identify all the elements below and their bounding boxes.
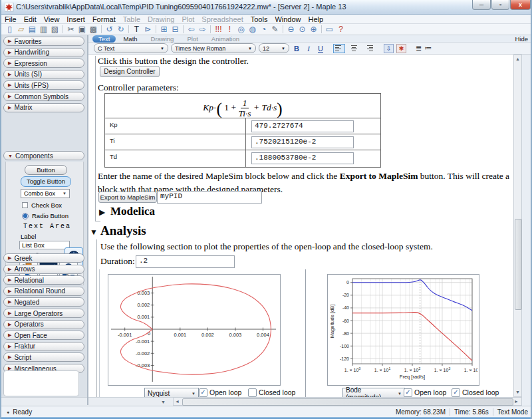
insert-text-icon[interactable]: T xyxy=(131,25,142,35)
component-combo-box[interactable]: Combo Box▼ xyxy=(21,189,70,198)
palette-components[interactable]: ▼ Components xyxy=(3,151,84,160)
palette-relational[interactable]: ▶Relational xyxy=(3,275,84,285)
palette-scroll-down-icon[interactable]: ▼ xyxy=(161,400,166,404)
component-label[interactable]: Label xyxy=(21,233,36,240)
design-controller-button[interactable]: Design Controller xyxy=(100,66,160,77)
zoom-out-icon[interactable]: ⊖ xyxy=(285,25,297,35)
close-button[interactable]: x xyxy=(510,0,531,10)
insert-math-prompt-icon[interactable]: ⊳ xyxy=(142,25,154,35)
menu-view[interactable]: View xyxy=(44,15,60,23)
tab-drawing[interactable]: Drawing xyxy=(145,35,180,43)
nyquist-plot[interactable]: -0.0010.0010.0020.0030.004-0.003-0.002-0… xyxy=(108,274,281,386)
palette-negated[interactable]: ▶Negated xyxy=(3,297,84,307)
status-mode[interactable]: Text Mode xyxy=(497,408,528,416)
menu-window[interactable]: Window xyxy=(275,15,301,23)
section-collapsed-icon[interactable]: ▶ xyxy=(99,208,105,217)
palette-handwriting[interactable]: ▶Handwriting xyxy=(3,48,84,57)
maximize-button[interactable]: ▫ xyxy=(491,0,509,10)
vertical-scrollbar[interactable]: ▲ ▼ xyxy=(513,55,522,397)
cut-icon[interactable]: ✂ xyxy=(65,25,76,35)
right-open-loop-checkbox[interactable]: ✓ xyxy=(404,388,412,397)
underline-button[interactable]: U xyxy=(316,45,325,53)
right-plot-type-combo[interactable]: Bode (magnitude)▼ xyxy=(342,388,405,397)
component-toggle-button[interactable]: Toggle Button xyxy=(21,176,71,187)
remove-section-icon[interactable]: ⊟ xyxy=(170,25,181,35)
left-plot-type-combo[interactable]: Nyquist▼ xyxy=(144,388,199,397)
ti-field[interactable]: .7520215120e-2 xyxy=(251,136,354,148)
forward-icon[interactable]: ⇨ xyxy=(197,25,208,35)
kp-field[interactable]: 479.2727674 xyxy=(251,120,354,132)
menu-help[interactable]: Help xyxy=(309,15,324,23)
palette-units-fps-[interactable]: ▶Units (FPS) xyxy=(3,80,84,90)
export-maplesim-button[interactable]: Export to MapleSim xyxy=(98,192,157,203)
align-left-button[interactable] xyxy=(333,44,345,53)
menu-tools[interactable]: Tools xyxy=(251,15,268,23)
scroll-right-arrow[interactable]: ► xyxy=(514,399,519,404)
component-button[interactable]: Button xyxy=(25,165,67,175)
save-icon[interactable]: ▤ xyxy=(27,25,38,35)
section-expanded-icon[interactable]: ▼ xyxy=(90,227,98,237)
component-radio-button[interactable] xyxy=(22,213,29,219)
palette-operators[interactable]: ▶Operators xyxy=(3,320,84,329)
palette-open-face[interactable]: ▶Open Face xyxy=(3,331,84,340)
duration-field[interactable]: .2 xyxy=(136,255,235,268)
bullet-list-button[interactable]: ≣ xyxy=(416,44,422,53)
palette-relational-round[interactable]: ▶Relational Round xyxy=(3,287,84,296)
palette-matrix[interactable]: ▶Matrix xyxy=(3,103,84,112)
menu-insert[interactable]: Insert xyxy=(66,15,85,23)
copy-icon[interactable]: ▣ xyxy=(76,25,88,35)
enclose-section-icon[interactable]: ⊞ xyxy=(158,25,170,35)
palette-arrows[interactable]: ▶Arrows xyxy=(3,265,84,274)
palette-expression[interactable]: ▶Expression xyxy=(3,59,84,68)
draw-icon[interactable]: ✎ xyxy=(269,25,281,35)
component-text-area[interactable]: Text Area xyxy=(23,223,71,230)
scroll-up-arrow[interactable]: ▲ xyxy=(514,57,521,61)
menu-file[interactable]: File xyxy=(5,15,17,23)
help-icon[interactable]: ? xyxy=(335,25,346,35)
menu-plot[interactable]: Plot xyxy=(182,15,194,23)
palette-units-si-[interactable]: ▶Units (SI) xyxy=(3,70,84,79)
font-size-combo[interactable]: 12▼ xyxy=(259,43,289,53)
palette-large-operators[interactable]: ▶Large Operators xyxy=(3,309,84,318)
palette-common-symbols[interactable]: ▶Common Symbols xyxy=(3,92,84,101)
td-field[interactable]: .1880053780e-2 xyxy=(251,152,354,164)
component-list-box[interactable]: List Box xyxy=(19,241,70,249)
palette-greek[interactable]: ▶Greek xyxy=(3,253,84,263)
paste-icon[interactable]: ▩ xyxy=(88,25,99,35)
bold-button[interactable]: B xyxy=(292,45,301,53)
interrupt-icon[interactable]: ◎ xyxy=(235,25,247,35)
font-family-combo[interactable]: Times New Roman▼ xyxy=(171,43,256,53)
palette-favorites[interactable]: ▶Favorites xyxy=(3,37,84,46)
right-closed-loop-checkbox[interactable]: ✓ xyxy=(452,388,460,397)
horizontal-scrollbar[interactable]: ◄ ► xyxy=(173,397,522,406)
annotate-selection-icon[interactable]: ⇩ xyxy=(384,44,394,53)
tab-text[interactable]: Text xyxy=(92,35,116,43)
open-file-icon[interactable]: ▱ xyxy=(15,25,27,35)
italic-button[interactable]: I xyxy=(304,45,313,53)
block-name-field[interactable]: myPID xyxy=(157,191,262,204)
back-icon[interactable]: ⇦ xyxy=(186,25,197,35)
palette-script[interactable]: ▶Script xyxy=(3,352,84,362)
left-open-loop-checkbox[interactable]: ✓ xyxy=(199,388,207,397)
horizontal-scroll-thumb[interactable] xyxy=(182,398,513,406)
paragraph-style-combo[interactable]: C Text▼ xyxy=(94,43,168,53)
execute-icon[interactable]: ! xyxy=(224,25,235,35)
menu-spreadsheet[interactable]: Spreadsheet xyxy=(201,15,243,23)
align-center-button[interactable] xyxy=(348,44,360,53)
component-check-box[interactable] xyxy=(22,202,28,208)
worksheet-document[interactable]: Click this button the design the control… xyxy=(88,55,513,397)
left-closed-loop-checkbox[interactable] xyxy=(248,388,257,397)
print-preview-icon[interactable]: ▧ xyxy=(49,25,61,35)
scroll-left-arrow[interactable]: ◄ xyxy=(175,399,180,404)
vertical-scroll-thumb[interactable] xyxy=(515,219,522,310)
tab-plot[interactable]: Plot xyxy=(181,35,203,43)
execute-all-icon[interactable]: !!! xyxy=(213,25,224,35)
redo-icon[interactable]: ↻ xyxy=(115,25,126,35)
tab-icon[interactable]: ▭ xyxy=(324,25,335,35)
title-bar[interactable]: C:\Users\tvrablik\AppData\Local\Temp\PID… xyxy=(1,0,532,15)
bode-plot[interactable]: 0-20-40-60-80-100-1201. × 1001. × 1011. … xyxy=(327,274,479,386)
menu-format[interactable]: Format xyxy=(92,15,116,23)
menu-edit[interactable]: Edit xyxy=(24,15,37,23)
print-icon[interactable]: ▥ xyxy=(38,25,49,35)
restart-icon[interactable]: ◔ xyxy=(258,25,269,35)
